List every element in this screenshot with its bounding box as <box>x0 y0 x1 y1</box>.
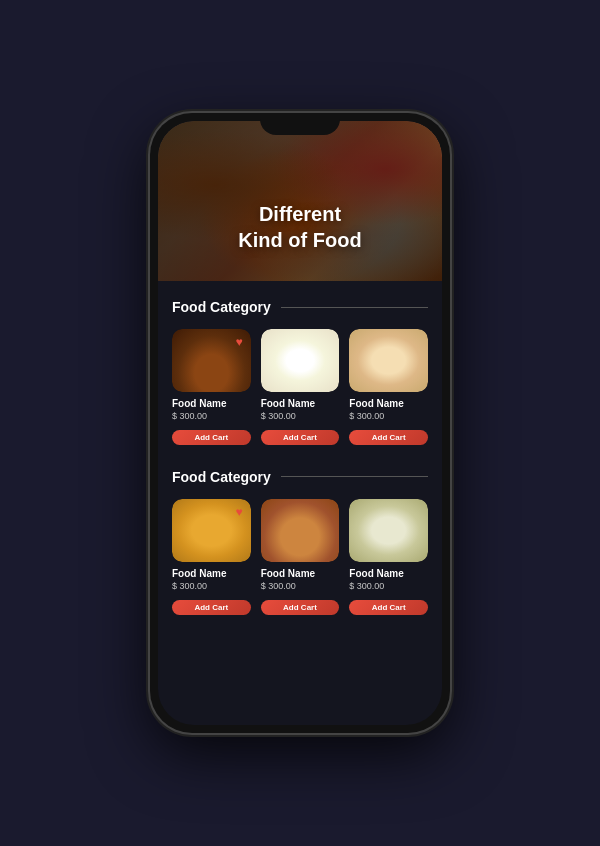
food-image-wrapper-5 <box>261 499 340 562</box>
hero-title-line2: Kind of Food <box>238 229 361 251</box>
hero-title: Different Kind of Food <box>158 201 442 253</box>
add-cart-button-5[interactable]: Add Cart <box>261 600 340 615</box>
hero-section: Different Kind of Food <box>158 121 442 281</box>
section-divider-1 <box>281 307 428 308</box>
food-price-3: $ 300.00 <box>349 411 428 421</box>
food-name-1: Food Name <box>172 398 251 409</box>
food-price-2: $ 300.00 <box>261 411 340 421</box>
screen: Different Kind of Food Food Category ♥ F… <box>158 121 442 725</box>
food-price-6: $ 300.00 <box>349 581 428 591</box>
hero-title-line1: Different <box>259 203 341 225</box>
food-card-4: ♥ Food Name $ 300.00 Add Cart <box>172 499 251 615</box>
food-name-6: Food Name <box>349 568 428 579</box>
food-card-1: ♥ Food Name $ 300.00 Add Cart <box>172 329 251 445</box>
heart-icon-1: ♥ <box>236 335 243 349</box>
food-image-pasta <box>349 499 428 562</box>
food-name-5: Food Name <box>261 568 340 579</box>
food-card-3: Food Name $ 300.00 Add Cart <box>349 329 428 445</box>
food-image-egg <box>261 329 340 392</box>
add-cart-button-2[interactable]: Add Cart <box>261 430 340 445</box>
add-cart-button-1[interactable]: Add Cart <box>172 430 251 445</box>
food-name-2: Food Name <box>261 398 340 409</box>
add-cart-button-3[interactable]: Add Cart <box>349 430 428 445</box>
phone-frame: Different Kind of Food Food Category ♥ F… <box>150 113 450 733</box>
food-grid-1: ♥ Food Name $ 300.00 Add Cart Food Name … <box>172 329 428 445</box>
food-price-1: $ 300.00 <box>172 411 251 421</box>
food-card-2: Food Name $ 300.00 Add Cart <box>261 329 340 445</box>
food-image-wrapper-3 <box>349 329 428 392</box>
category-title-1: Food Category <box>172 299 271 315</box>
food-image-bowl <box>349 329 428 392</box>
food-image-wrapper-4: ♥ <box>172 499 251 562</box>
section-divider-2 <box>281 476 428 477</box>
phone-notch <box>260 113 340 135</box>
food-price-4: $ 300.00 <box>172 581 251 591</box>
category-header-2: Food Category <box>172 469 428 485</box>
add-cart-button-6[interactable]: Add Cart <box>349 600 428 615</box>
food-price-5: $ 300.00 <box>261 581 340 591</box>
food-card-6: Food Name $ 300.00 Add Cart <box>349 499 428 615</box>
food-image-wrapper-2 <box>261 329 340 392</box>
food-name-4: Food Name <box>172 568 251 579</box>
food-name-3: Food Name <box>349 398 428 409</box>
food-image-wrapper-6 <box>349 499 428 562</box>
category-header-1: Food Category <box>172 299 428 315</box>
category-title-2: Food Category <box>172 469 271 485</box>
food-card-5: Food Name $ 300.00 Add Cart <box>261 499 340 615</box>
food-image-wrapper-1: ♥ <box>172 329 251 392</box>
heart-icon-4: ♥ <box>236 505 243 519</box>
food-grid-2: ♥ Food Name $ 300.00 Add Cart Food Name … <box>172 499 428 615</box>
main-content: Food Category ♥ Food Name $ 300.00 Add C… <box>158 281 442 657</box>
add-cart-button-4[interactable]: Add Cart <box>172 600 251 615</box>
food-image-pancake <box>261 499 340 562</box>
